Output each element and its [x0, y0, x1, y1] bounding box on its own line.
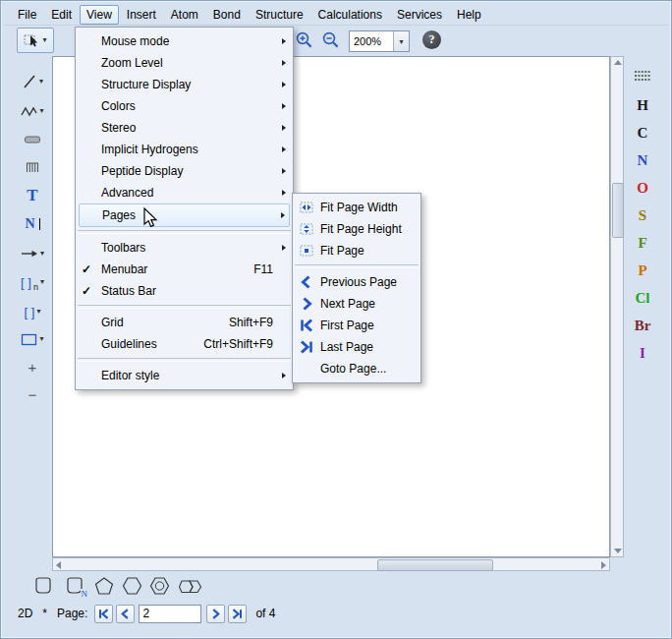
bracket-tool-button[interactable]: [ ] ▾	[16, 300, 49, 323]
menu-item-structure-display[interactable]: Structure Display	[76, 74, 293, 95]
menu-structure[interactable]: Structure	[249, 5, 310, 25]
submenu-item-next-page[interactable]: Next Page	[293, 293, 420, 315]
menu-edit[interactable]: Edit	[44, 5, 79, 25]
element-button-h[interactable]: H	[629, 93, 656, 117]
menu-item-status-bar[interactable]: ✓Status Bar	[76, 280, 293, 302]
submenu-arrow-icon	[282, 168, 286, 174]
page-number-input[interactable]	[139, 605, 201, 623]
template-n-ring-button[interactable]: N	[60, 573, 89, 599]
menu-view[interactable]: View	[80, 5, 119, 25]
menu-calculations[interactable]: Calculations	[311, 5, 389, 25]
submenu-arrow-icon	[282, 373, 286, 378]
first-page-icon	[299, 318, 314, 333]
menu-item-advanced[interactable]: Advanced	[76, 182, 293, 203]
selection-tool-button[interactable]: ▾	[17, 28, 54, 53]
element-button-i[interactable]: I	[629, 341, 656, 365]
menu-item-mouse-mode[interactable]: Mouse mode	[76, 30, 293, 52]
submenu-item-last-page[interactable]: Last Page	[293, 336, 420, 358]
scroll-right-icon[interactable]	[601, 561, 606, 569]
menu-bond[interactable]: Bond	[206, 5, 248, 25]
last-page-icon	[299, 339, 314, 355]
zoom-out-icon	[321, 30, 341, 50]
modified-indicator: *	[42, 607, 47, 620]
eraser-tool-button[interactable]	[16, 128, 49, 151]
template-rounded-ring-button[interactable]	[28, 573, 58, 599]
shortcut-label: Ctrl+Shift+F9	[203, 337, 275, 351]
previous-page-button[interactable]	[116, 605, 135, 623]
help-button[interactable]: ?	[422, 30, 441, 49]
submenu-item-fit-page-height[interactable]: Fit Page Height	[293, 218, 420, 240]
submenu-item-fit-page[interactable]: Fit Page	[293, 240, 420, 261]
menu-item-colors[interactable]: Colors	[76, 95, 293, 117]
menu-atom[interactable]: Atom	[164, 5, 205, 25]
element-button-n[interactable]: N	[629, 148, 656, 172]
horizontal-scrollbar[interactable]	[52, 557, 610, 571]
scroll-down-icon[interactable]	[614, 549, 622, 553]
menu-item-menubar[interactable]: ✓MenubarF11	[76, 259, 293, 280]
dropdown-arrow-icon: ▾	[40, 250, 44, 258]
first-page-button[interactable]	[94, 605, 113, 623]
zoom-in-button[interactable]	[294, 29, 315, 51]
arrow-tool-button[interactable]: ▾	[16, 242, 49, 265]
view-menu-popup: Mouse mode Zoom Level Structure Display …	[75, 27, 294, 390]
element-button-s[interactable]: S	[629, 203, 656, 227]
menu-item-implicit-hydrogens[interactable]: Implicit Hydrogens	[76, 139, 293, 160]
atom-label-tool-button[interactable]: N	[16, 212, 49, 236]
combo-dropdown-arrow-icon[interactable]: ▾	[393, 31, 409, 51]
menu-separator	[78, 358, 291, 362]
menu-item-grid[interactable]: GridShift+F9	[76, 312, 293, 333]
dropdown-arrow-icon: ▾	[42, 36, 46, 44]
vertical-scrollbar-thumb[interactable]	[612, 183, 624, 238]
menu-item-editor-style[interactable]: Editor style	[76, 365, 293, 386]
chain-tool-button[interactable]: ▾	[16, 99, 49, 123]
menu-services[interactable]: Services	[390, 5, 449, 25]
element-button-f[interactable]: F	[629, 231, 656, 255]
next-page-icon	[299, 296, 314, 312]
element-button-br[interactable]: Br	[629, 314, 656, 337]
submenu-arrow-icon	[282, 125, 286, 131]
submenu-item-first-page[interactable]: First Page	[293, 315, 420, 336]
element-button-c[interactable]: C	[629, 121, 656, 145]
element-button-o[interactable]: O	[629, 176, 656, 200]
menu-item-pages[interactable]: Pages	[79, 203, 290, 227]
template-cyclopentane-button[interactable]	[91, 573, 117, 599]
menu-item-peptide-display[interactable]: Peptide Display	[76, 160, 293, 182]
zoom-out-button[interactable]	[320, 29, 342, 51]
menu-item-toolbars[interactable]: Toolbars	[76, 237, 293, 259]
menu-help[interactable]: Help	[450, 5, 488, 25]
text-tool-button[interactable]: T	[16, 184, 49, 207]
vertical-scrollbar[interactable]	[610, 56, 624, 557]
zoom-level-combo[interactable]: 200% ▾	[349, 30, 410, 52]
submenu-item-previous-page[interactable]: Previous Page	[293, 271, 420, 293]
menu-item-zoom-level[interactable]: Zoom Level	[76, 52, 293, 74]
template-cyclohexane-button[interactable]	[119, 573, 144, 599]
bond-set-tool-button[interactable]	[16, 155, 49, 179]
charge-minus-button[interactable]: −	[16, 382, 49, 406]
horizontal-scrollbar-thumb[interactable]	[377, 559, 493, 571]
dropdown-arrow-icon: ▾	[39, 78, 43, 86]
scroll-left-icon[interactable]	[56, 561, 61, 569]
template-n-label: N	[81, 589, 89, 599]
last-page-button[interactable]	[228, 605, 247, 623]
menu-item-guidelines[interactable]: GuidelinesCtrl+Shift+F9	[76, 333, 293, 355]
menu-file[interactable]: File	[11, 5, 43, 25]
submenu-item-goto-page[interactable]: Goto Page...	[293, 358, 420, 379]
submenu-arrow-icon	[282, 103, 286, 109]
element-button-cl[interactable]: Cl	[629, 286, 656, 310]
charge-plus-button[interactable]: +	[16, 355, 49, 378]
menu-item-stereo[interactable]: Stereo	[76, 117, 293, 139]
element-button-p[interactable]: P	[629, 259, 656, 282]
periodic-table-button[interactable]	[628, 64, 657, 87]
rectangle-tool-button[interactable]: ▾	[16, 327, 49, 351]
menu-insert[interactable]: Insert	[120, 5, 163, 25]
atom-tool-label: N	[25, 216, 34, 232]
bracket-group-tool-button[interactable]: [ ]n ▾	[16, 270, 49, 294]
bond-tool-button[interactable]: ▾	[16, 70, 49, 93]
submenu-item-fit-page-width[interactable]: Fit Page Width	[293, 197, 420, 218]
submenu-arrow-icon	[282, 60, 286, 66]
template-benzene-button[interactable]	[146, 573, 172, 599]
previous-page-icon	[120, 609, 131, 619]
template-naphthalene-button[interactable]	[174, 573, 207, 599]
scroll-up-icon[interactable]	[614, 60, 622, 65]
next-page-button[interactable]	[206, 605, 225, 623]
